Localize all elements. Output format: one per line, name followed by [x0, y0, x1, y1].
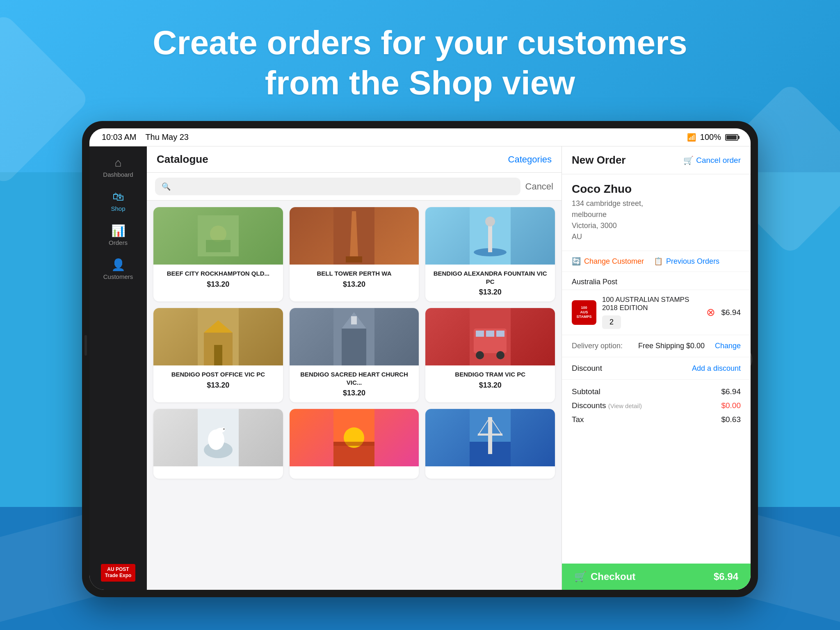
sidebar-item-dashboard[interactable]: ⌂ Dashboard: [89, 151, 147, 185]
ipad-volume-button: [84, 335, 87, 356]
product-image-1: [153, 207, 283, 265]
change-customer-button[interactable]: 🔄 Change Customer: [572, 257, 644, 266]
sidebar: ⌂ Dashboard 🛍 Shop 📊 Orders 👤 Customers: [89, 146, 147, 590]
product-info-1: BEEF CITY ROCKHAMPTON QLD... $13.20: [153, 265, 283, 294]
svg-rect-33: [333, 442, 374, 446]
product-card-5[interactable]: BENDIGO SACRED HEART CHURCH VIC... $13.2…: [290, 308, 419, 402]
main-content: ⌂ Dashboard 🛍 Shop 📊 Orders 👤 Customers: [89, 146, 751, 590]
product-price-3: $13.20: [430, 288, 550, 297]
product-card-3[interactable]: BENDIGO ALEXANDRA FOUNTAIN VIC PC $13.20: [425, 207, 555, 301]
catalogue-title: Catalogue: [157, 153, 208, 166]
shop-icon: 🛍: [112, 191, 124, 203]
product-image-6: [425, 308, 555, 365]
product-card-4[interactable]: BENDIGO POST OFFICE VIC PC $13.20: [153, 308, 283, 402]
product-info-7: [153, 466, 283, 479]
product-card-9[interactable]: [425, 409, 555, 479]
customer-name: Coco Zhuo: [572, 183, 741, 196]
product-grid: BEEF CITY ROCKHAMPTON QLD... $13.20: [147, 201, 562, 590]
sidebar-item-customers[interactable]: 👤 Customers: [89, 253, 147, 287]
order-item-name-1: 100 AUSTRALIAN STAMPS 2018 EDITION: [602, 296, 701, 312]
tax-label: Tax: [572, 415, 584, 424]
discount-row: Discount Add a discount: [562, 357, 751, 380]
order-header: New Order 🛒 Cancel order: [562, 146, 751, 174]
sidebar-label-shop: Shop: [111, 205, 125, 212]
order-item-details-1: 100 AUSTRALIAN STAMPS 2018 EDITION 2: [602, 296, 701, 329]
product-price-6: $13.20: [430, 381, 550, 390]
cart-icon: 🛒: [683, 155, 694, 165]
remove-item-button-1[interactable]: ⊗: [706, 306, 715, 319]
product-image-9: [425, 409, 555, 466]
sidebar-item-shop[interactable]: 🛍 Shop: [89, 185, 147, 219]
wifi-icon: 📶: [687, 133, 696, 142]
svg-point-1: [210, 226, 226, 242]
discount-label: Discount: [572, 364, 692, 373]
dashboard-icon: ⌂: [115, 157, 122, 169]
product-info-5: BENDIGO SACRED HEART CHURCH VIC... $13.2…: [290, 365, 419, 402]
totals-section: Subtotal $6.94 Discounts (View detail) $…: [562, 380, 751, 431]
add-discount-button[interactable]: Add a discount: [692, 364, 741, 373]
svg-rect-17: [351, 316, 357, 324]
delivery-row: Delivery option: Free Shipping $0.00 Cha…: [562, 335, 751, 357]
status-right: 📶 100%: [687, 132, 738, 142]
svg-point-24: [496, 351, 504, 359]
product-name-4: BENDIGO POST OFFICE VIC PC: [158, 370, 278, 379]
product-name-6: BENDIGO TRAM VIC PC: [430, 370, 550, 379]
tax-value: $0.63: [721, 415, 741, 424]
svg-rect-20: [476, 331, 484, 337]
product-info-4: BENDIGO POST OFFICE VIC PC $13.20: [153, 365, 283, 395]
svg-point-23: [476, 351, 484, 359]
svg-point-29: [223, 429, 224, 430]
svg-rect-21: [486, 331, 494, 337]
supplier-name: Australia Post: [572, 278, 741, 286]
customer-section: Coco Zhuo 134 cambridge street, melbourn…: [562, 174, 751, 251]
product-card-7[interactable]: [153, 409, 283, 479]
product-card-2[interactable]: BELL TOWER PERTH WA $13.20: [290, 207, 419, 301]
discounts-value: $0.00: [721, 401, 741, 410]
product-price-2: $13.20: [294, 280, 414, 289]
order-item-qty-1[interactable]: 2: [602, 315, 621, 329]
search-input[interactable]: [174, 182, 514, 191]
product-info-3: BENDIGO ALEXANDRA FOUNTAIN VIC PC $13.20: [425, 265, 555, 301]
customer-address: 134 cambridge street, melbourne Victoria…: [572, 198, 741, 242]
categories-button[interactable]: Categories: [508, 154, 552, 165]
sidebar-item-orders[interactable]: 📊 Orders: [89, 219, 147, 253]
svg-rect-37: [478, 434, 502, 436]
tax-row: Tax $0.63: [572, 413, 741, 427]
product-price-5: $13.20: [294, 389, 414, 397]
cancel-order-button[interactable]: 🛒 Cancel order: [683, 155, 741, 165]
search-cancel-button[interactable]: Cancel: [525, 181, 553, 192]
product-card-6[interactable]: BENDIGO TRAM VIC PC $13.20: [425, 308, 555, 402]
headline-line2: from the Shop view: [0, 63, 840, 103]
svg-point-28: [221, 427, 225, 431]
product-info-2: BELL TOWER PERTH WA $13.20: [290, 265, 419, 294]
product-image-7: [153, 409, 283, 466]
status-time: 10:03 AM Thu May 23: [102, 132, 189, 142]
previous-orders-button[interactable]: 📋 Previous Orders: [654, 257, 719, 266]
checkout-button[interactable]: 🛒 Checkout $6.94: [562, 564, 751, 590]
svg-rect-2: [206, 240, 231, 252]
previous-orders-icon: 📋: [654, 257, 663, 266]
customer-actions: 🔄 Change Customer 📋 Previous Orders: [562, 251, 751, 272]
svg-rect-15: [342, 329, 366, 365]
ipad-screen: 10:03 AM Thu May 23 📶 100% ⌂ Dashboard: [89, 128, 751, 590]
ipad-frame: 10:03 AM Thu May 23 📶 100% ⌂ Dashboard: [82, 121, 758, 597]
sidebar-label-orders: Orders: [109, 239, 128, 246]
svg-point-9: [485, 217, 495, 226]
catalogue-header: Catalogue Categories: [147, 146, 562, 173]
product-card-1[interactable]: BEEF CITY ROCKHAMPTON QLD... $13.20: [153, 207, 283, 301]
product-name-1: BEEF CITY ROCKHAMPTON QLD...: [158, 269, 278, 278]
checkout-cart-icon: 🛒: [574, 571, 587, 582]
product-price-4: $13.20: [158, 381, 278, 390]
subtotal-value: $6.94: [721, 387, 741, 396]
search-bar: 🔍 Cancel: [147, 173, 562, 201]
delivery-change-button[interactable]: Change: [715, 342, 741, 350]
product-price-1: $13.20: [158, 280, 278, 289]
sidebar-label-dashboard: Dashboard: [103, 171, 133, 178]
sidebar-logo: AU POST Trade Expo: [89, 556, 147, 590]
brand-logo: AU POST Trade Expo: [101, 564, 136, 582]
order-panel: New Order 🛒 Cancel order Coco Zhuo 134 c…: [562, 146, 751, 590]
order-title: New Order: [572, 154, 626, 167]
subtotal-label: Subtotal: [572, 387, 600, 396]
product-card-8[interactable]: [290, 409, 419, 479]
page-headline: Create orders for your customers from th…: [0, 23, 840, 103]
